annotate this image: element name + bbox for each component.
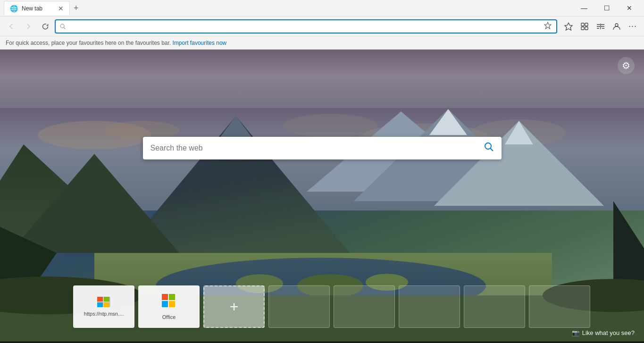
msn-logo-icon <box>97 297 110 307</box>
svg-rect-7 <box>585 27 588 30</box>
nav-item-myfeed[interactable]: My Feed <box>8 342 47 343</box>
tile-msn[interactable]: https://ntp.msn.... <box>73 285 134 328</box>
tiles-container: https://ntp.msn.... Office + <box>73 285 590 328</box>
nav-item-money[interactable]: Money <box>262 342 295 343</box>
tab-icon: 🌐 <box>10 5 18 12</box>
svg-rect-42 <box>169 294 175 300</box>
svg-rect-6 <box>581 27 584 30</box>
nav-item-videos[interactable]: Videos <box>397 342 431 343</box>
svg-rect-41 <box>162 294 168 300</box>
bottom-nav: My Feed ✏ Personalise Top stories News E… <box>0 341 644 343</box>
nav-item-topstories[interactable]: Top stories <box>101 342 146 343</box>
address-input[interactable] <box>69 23 540 30</box>
search-box <box>143 137 502 159</box>
gear-icon: ⚙ <box>622 60 630 71</box>
maximize-button[interactable]: ☐ <box>596 0 618 17</box>
tile-office-label: Office <box>162 314 176 320</box>
svg-point-8 <box>615 24 618 26</box>
like-button[interactable]: 📷 Like what you see? <box>572 329 635 336</box>
window-controls: — ☐ ✕ <box>573 0 640 17</box>
nav-item-entertainment[interactable]: Entertainment <box>176 342 229 343</box>
tile-add[interactable]: + <box>203 285 265 328</box>
address-icons <box>543 21 552 32</box>
forward-button[interactable] <box>21 19 36 34</box>
nav-item-news[interactable]: News <box>145 342 176 343</box>
svg-rect-38 <box>104 297 109 301</box>
svg-rect-39 <box>97 302 103 307</box>
svg-line-36 <box>490 149 493 151</box>
nav-item-autos[interactable]: Autos <box>366 342 397 343</box>
address-bar <box>55 19 557 33</box>
add-icon: + <box>230 298 239 316</box>
tile-empty-3[interactable] <box>399 285 460 328</box>
nav-item-personalise[interactable]: ✏ Personalise <box>47 342 101 343</box>
msn-icon <box>97 297 110 307</box>
title-bar: 🌐 New tab ✕ + — ☐ ✕ <box>0 0 644 17</box>
nav-item-health[interactable]: Health <box>295 342 328 343</box>
svg-rect-43 <box>162 301 168 307</box>
svg-rect-40 <box>104 302 109 307</box>
import-favorites-link[interactable]: Import favourites now <box>173 40 227 46</box>
toolbar-icons: ··· <box>561 19 640 34</box>
minimize-button[interactable]: — <box>573 0 595 17</box>
new-tab-content: ⚙ https://ntp.msn <box>0 50 644 341</box>
svg-point-0 <box>60 24 64 28</box>
svg-rect-4 <box>581 23 584 26</box>
tile-empty-2[interactable] <box>334 285 395 328</box>
settings-button[interactable]: ⚙ <box>618 57 635 74</box>
svg-marker-2 <box>544 22 551 29</box>
tab-area: 🌐 New tab ✕ + <box>4 0 571 16</box>
favorites-button[interactable] <box>561 19 576 34</box>
nav-item-sports[interactable]: Sports <box>229 342 262 343</box>
camera-icon: 📷 <box>572 329 579 336</box>
search-input[interactable] <box>151 144 484 152</box>
active-tab[interactable]: 🌐 New tab ✕ <box>4 1 70 15</box>
tab-label: New tab <box>22 5 42 12</box>
svg-point-35 <box>485 143 491 149</box>
tile-empty-4[interactable] <box>464 285 525 328</box>
search-icon <box>484 142 494 152</box>
tab-close-button[interactable]: ✕ <box>58 5 64 12</box>
tile-office[interactable]: Office <box>138 285 200 328</box>
like-text: Like what you see? <box>582 329 635 336</box>
collections-button[interactable] <box>577 19 592 34</box>
tile-msn-label: https://ntp.msn.... <box>84 311 124 317</box>
tile-empty-5[interactable] <box>529 285 590 328</box>
search-button[interactable] <box>484 142 494 155</box>
immersive-reader-button[interactable] <box>593 19 608 34</box>
favorites-bar-message: For quick access, place your favourites … <box>6 40 171 46</box>
profile-button[interactable] <box>609 19 624 34</box>
favorite-icon-button[interactable] <box>543 21 552 32</box>
svg-marker-3 <box>565 23 572 30</box>
close-button[interactable]: ✕ <box>619 0 640 17</box>
more-button[interactable]: ··· <box>625 19 640 34</box>
nav-bar: ··· <box>0 17 644 36</box>
search-icon <box>59 23 66 30</box>
svg-rect-37 <box>97 297 103 301</box>
office-icon <box>161 293 176 310</box>
back-button[interactable] <box>4 19 19 34</box>
svg-rect-5 <box>585 23 588 26</box>
tile-empty-1[interactable] <box>268 285 330 328</box>
new-tab-button[interactable]: + <box>70 3 83 13</box>
refresh-button[interactable] <box>38 19 53 34</box>
svg-line-1 <box>64 27 65 29</box>
nav-item-lifestyle[interactable]: Lifestyle <box>328 342 366 343</box>
favorites-bar: For quick access, place your favourites … <box>0 36 644 50</box>
svg-rect-44 <box>169 301 175 307</box>
search-container <box>143 137 502 159</box>
